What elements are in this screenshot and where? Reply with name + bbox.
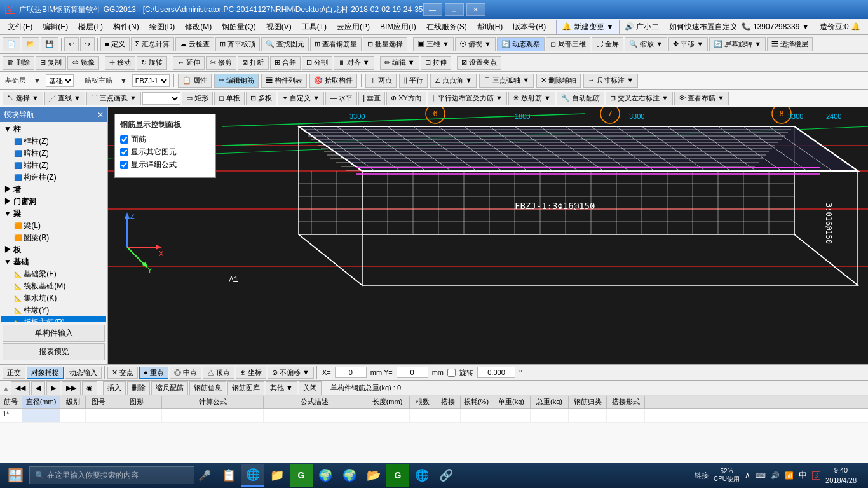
menu-tips[interactable]: 如何快速布置自定义范...	[664, 20, 736, 34]
stretch-btn[interactable]: ⊡ 拉伸	[421, 56, 451, 70]
menu-new-change[interactable]: 🔔 新建变更 ▼	[556, 20, 620, 34]
del-axis-btn[interactable]: ✕ 删除辅轴	[536, 74, 581, 88]
menu-tools[interactable]: 工具(T)	[297, 20, 332, 34]
align-btn[interactable]: ⫼ 对齐 ▼	[334, 56, 374, 70]
sidebar-item-frame-col[interactable]: 🟦 框柱(Z)	[1, 135, 106, 147]
panel-checkbox-face[interactable]: 面筋	[120, 134, 210, 145]
rotate-checkbox[interactable]	[447, 369, 456, 377]
sidebar-item-fnd-beam[interactable]: 📐 基础梁(F)	[1, 268, 106, 280]
multi-slab-btn[interactable]: ⊡ 多板	[246, 92, 276, 105]
taskbar-app-ie[interactable]: 🌍	[314, 464, 337, 487]
copy-btn[interactable]: ⊞ 复制	[36, 56, 66, 70]
arc-axis-btn[interactable]: ⌒ 三点弧轴 ▼	[479, 74, 534, 88]
component-list-btn[interactable]: ☰ 构件列表	[261, 74, 307, 88]
sidebar-item-ring-beam[interactable]: 🟧 圈梁(B)	[1, 232, 106, 244]
single-component-btn[interactable]: 单构件输入	[3, 325, 105, 342]
fullscreen-btn[interactable]: ⛶ 全屏	[592, 37, 623, 51]
sidebar-group-slab[interactable]: ▶ 板	[1, 244, 106, 256]
two-point-btn[interactable]: ⊤ 两点	[365, 74, 397, 88]
taskbar-app-g2[interactable]: G	[386, 464, 409, 487]
merge-btn[interactable]: ⊞ 合并	[270, 56, 301, 70]
sidebar-item-col-cap[interactable]: 📐 柱墩(Y)	[1, 304, 106, 316]
taskbar-app-greenweb[interactable]: G	[290, 464, 313, 487]
horiz-btn[interactable]: — 水平	[325, 92, 357, 105]
taskbar-app-globe[interactable]: 🌐	[410, 464, 433, 487]
zoom-in-btn[interactable]: 🔍 缩放 ▼	[625, 37, 667, 51]
rebar-last-btn[interactable]: ▶▶	[62, 381, 81, 395]
taskbar-lang[interactable]: 中	[799, 470, 807, 481]
line-btn[interactable]: ╱ 直线 ▼	[44, 92, 85, 105]
dim-btn[interactable]: ↔ 尺寸标注 ▼	[583, 74, 638, 88]
taskbar-app-folder2[interactable]: 📂	[362, 464, 385, 487]
cross-annot-btn[interactable]: ⊞ 交叉左右标注 ▼	[606, 92, 673, 105]
editmore-btn[interactable]: ✏ 编辑 ▼	[380, 56, 419, 70]
open-btn[interactable]: 📂	[22, 37, 39, 51]
edit-rebar-btn[interactable]: ✏ 编辑钢筋	[214, 74, 259, 88]
rotate-input[interactable]	[477, 367, 515, 378]
coord-btn[interactable]: ⊕ 坐标	[236, 367, 266, 379]
taskbar-clock[interactable]: 9:40 2018/4/28	[825, 465, 857, 486]
menu-coins[interactable]: 造价豆:0 🔔	[815, 20, 865, 34]
sidebar-item-dark-col[interactable]: 🟦 暗柱(Z)	[1, 147, 106, 159]
custom-btn[interactable]: ✦ 自定义 ▼	[278, 92, 324, 105]
rotate-btn[interactable]: ↻ 旋转	[137, 56, 167, 70]
flatten-btn[interactable]: ⊞ 齐平板顶	[215, 37, 260, 51]
select-layer-btn[interactable]: ☰ 选择楼层	[767, 37, 813, 51]
cloud-check-btn[interactable]: ☁ 云检查	[175, 37, 214, 51]
vertex-btn[interactable]: △ 顶点	[203, 367, 234, 379]
menu-modify[interactable]: 修改(M)	[180, 20, 217, 34]
menu-phone[interactable]: 📞 13907298339 ▼	[736, 21, 815, 32]
sidebar-group-col[interactable]: ▼ 柱	[1, 123, 106, 135]
view-rebar-btn[interactable]: ⊞ 查看钢筋量	[310, 37, 362, 51]
intersection-btn[interactable]: ✕ 交点	[107, 367, 138, 379]
center-btn[interactable]: ◎ 中点	[170, 367, 201, 379]
maximize-button[interactable]: □	[445, 3, 464, 16]
panel-checkbox-other[interactable]: 显示其它图元	[120, 147, 210, 158]
pan-btn[interactable]: ✥ 平移 ▼	[668, 37, 708, 51]
taskbar-app-explorer[interactable]: 📁	[266, 464, 288, 487]
menu-edit[interactable]: 编辑(E)	[37, 20, 73, 34]
undo-btn[interactable]: ↩	[64, 37, 79, 51]
taskbar-app-link[interactable]: 🔗	[435, 464, 458, 487]
dynamic-view-btn[interactable]: 🔄 动态观察	[497, 37, 545, 51]
rebar-record-btn[interactable]: ◉	[82, 381, 97, 395]
single-slab-btn[interactable]: ◻ 单板	[214, 92, 245, 105]
minimize-button[interactable]: —	[423, 3, 442, 16]
checkbox-detail-formula[interactable]	[120, 161, 128, 169]
batch-select-btn[interactable]: ⊡ 批量选择	[363, 37, 407, 51]
delete-btn[interactable]: 🗑 删除	[3, 56, 34, 70]
rebar-first-btn[interactable]: ◀◀	[11, 381, 30, 395]
taskbar-network-icon[interactable]: 📶	[785, 471, 794, 480]
rebar-row-1[interactable]: 1*	[0, 409, 868, 423]
y-input[interactable]	[397, 367, 428, 378]
taskbar-app-cortana[interactable]: 📋	[217, 464, 240, 487]
mic-icon[interactable]: 🎤	[196, 466, 214, 484]
start-button[interactable]: 🪟	[3, 464, 28, 487]
define-btn[interactable]: ■ 定义	[100, 37, 130, 51]
arc-btn[interactable]: ⌒ 三点画弧 ▼	[86, 92, 141, 105]
sidebar-group-beam[interactable]: ▼ 梁	[1, 208, 106, 220]
show-desktop-btn[interactable]	[862, 464, 865, 487]
find-elem-btn[interactable]: 🔍 查找图元	[261, 37, 309, 51]
sidebar-item-slab-main-rebar[interactable]: 📐 板板主筋(R)	[1, 316, 106, 322]
pick-component-btn[interactable]: 🎯 拾取构件	[309, 74, 357, 88]
panel-checkbox-formula[interactable]: 显示详细公式	[120, 159, 210, 170]
new-btn[interactable]: 📄	[3, 37, 20, 51]
parallel-btn[interactable]: ∥ 平行	[399, 74, 428, 88]
sidebar-item-end-col[interactable]: 🟦 端柱(Z)	[1, 159, 106, 172]
sidebar-group-foundation[interactable]: ▼ 基础	[1, 256, 106, 268]
move-btn[interactable]: ✛ 移动	[105, 56, 135, 70]
local-3d-btn[interactable]: ◻ 局部三维	[546, 37, 590, 51]
set-grip-btn[interactable]: ⊠ 设置夹点	[457, 56, 501, 70]
sidebar-item-sump[interactable]: 📐 集水坑(K)	[1, 292, 106, 304]
rebar-library-btn[interactable]: 钢筋图库	[227, 381, 264, 395]
rebar-other-btn[interactable]: 其他 ▼	[266, 381, 297, 395]
sidebar-item-struct-col[interactable]: 🟦 构造柱(Z)	[1, 172, 106, 184]
extend-btn[interactable]: ↔ 延伸	[173, 56, 205, 70]
taskbar-notify-expand[interactable]: ∧	[745, 471, 750, 480]
plan-btn[interactable]: 🖸 俯视 ▼	[455, 37, 496, 51]
sidebar-item-beam[interactable]: 🟧 梁(L)	[1, 220, 106, 232]
rebar-delete-btn[interactable]: 删除	[127, 381, 150, 395]
rebar-next-btn[interactable]: ▶	[46, 381, 60, 395]
taskbar-volume-icon[interactable]: 🔊	[771, 471, 780, 480]
